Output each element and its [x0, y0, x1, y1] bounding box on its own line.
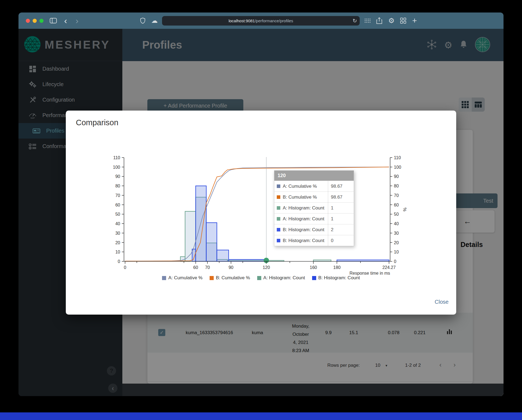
privacy-shield-icon[interactable]	[140, 12, 145, 29]
svg-text:50: 50	[115, 212, 120, 217]
legend-item[interactable]: B: Histogram: Count	[312, 275, 360, 281]
svg-text:70: 70	[205, 265, 210, 270]
svg-text:50: 50	[394, 212, 399, 217]
legend-swatch	[210, 276, 214, 280]
legend-swatch	[312, 276, 316, 280]
minimize-window-button[interactable]	[33, 19, 37, 23]
svg-text:10: 10	[115, 250, 120, 254]
extensions-grid-icon[interactable]	[364, 12, 371, 29]
sidebar-toggle-icon[interactable]	[50, 12, 57, 29]
forward-button[interactable]: ›	[76, 12, 79, 29]
svg-text:40: 40	[394, 221, 399, 226]
svg-text:60: 60	[193, 265, 198, 270]
url-path: /performance/profiles	[255, 18, 293, 23]
svg-text:10: 10	[394, 250, 399, 254]
svg-text:0: 0	[124, 265, 126, 270]
svg-text:70: 70	[394, 193, 399, 198]
tab-overview-icon[interactable]	[400, 12, 406, 29]
address-bar[interactable]: localhost:9081/performance/profiles ↻	[162, 16, 360, 26]
series-swatch	[277, 217, 280, 221]
back-button[interactable]: ‹	[64, 12, 67, 29]
svg-text:100: 100	[394, 165, 401, 170]
svg-text:Response time in ms: Response time in ms	[349, 271, 390, 275]
svg-text:110: 110	[394, 155, 401, 160]
comparison-modal: Comparison 00101020203030404050506060707…	[66, 111, 456, 315]
tooltip-row: A: Histogram: Count 1	[274, 213, 354, 224]
svg-text:100: 100	[113, 165, 120, 170]
legend-item[interactable]: A: Cumulative %	[162, 275, 203, 281]
svg-text:90: 90	[115, 174, 120, 179]
svg-text:80: 80	[115, 184, 120, 188]
legend-swatch	[257, 276, 261, 280]
icloud-icon[interactable]: ☁	[151, 12, 158, 29]
series-swatch	[277, 206, 280, 210]
svg-text:20: 20	[115, 240, 120, 245]
legend-item[interactable]: B: Cumulative %	[210, 275, 250, 281]
svg-text:30: 30	[394, 231, 399, 236]
series-swatch	[277, 184, 280, 188]
svg-text:224.27: 224.27	[382, 265, 396, 270]
chart-tooltip: 120 A: Cumulative % 98.67 B: Cumulative …	[274, 170, 354, 246]
svg-text:40: 40	[115, 221, 120, 226]
share-icon[interactable]	[376, 12, 382, 29]
svg-text:160: 160	[310, 265, 317, 270]
tooltip-row: B: Cumulative % 98.67	[274, 192, 354, 202]
svg-text:30: 30	[115, 231, 120, 236]
svg-text:0: 0	[394, 259, 396, 264]
svg-text:120: 120	[263, 265, 270, 270]
svg-text:90: 90	[229, 265, 234, 270]
svg-text:20: 20	[394, 240, 399, 245]
tooltip-row: B: Histogram: Count 2	[274, 224, 354, 235]
browser-window: ‹ › ☁ localhost:9081/performance/profile…	[18, 12, 504, 396]
new-tab-button[interactable]: +	[412, 12, 417, 29]
comparison-chart[interactable]: 0010102020303040405050606070708080909010…	[107, 143, 427, 276]
tooltip-row: A: Histogram: Count 1	[274, 202, 354, 213]
legend-item[interactable]: A: Histogram: Count	[257, 275, 305, 281]
svg-text:60: 60	[115, 203, 120, 207]
browser-toolbar: ‹ › ☁ localhost:9081/performance/profile…	[18, 12, 504, 29]
tooltip-row: A: Cumulative % 98.67	[274, 181, 354, 192]
svg-text:90: 90	[394, 174, 399, 179]
chart-legend: A: Cumulative % B: Cumulative % A: Histo…	[66, 275, 456, 281]
tooltip-row: B: Histogram: Count 0	[274, 235, 354, 246]
svg-text:60: 60	[394, 203, 399, 207]
svg-text:%: %	[403, 208, 407, 211]
screen: ‹ › ☁ localhost:9081/performance/profile…	[0, 0, 522, 420]
tooltip-header: 120	[274, 171, 354, 181]
series-swatch	[277, 228, 280, 231]
svg-text:70: 70	[115, 193, 120, 198]
svg-text:0: 0	[118, 259, 120, 264]
legend-swatch	[162, 276, 166, 280]
svg-text:110: 110	[113, 155, 120, 160]
svg-text:80: 80	[394, 184, 399, 188]
close-button[interactable]: Close	[435, 299, 449, 305]
settings-gear-icon[interactable]: ⚙	[388, 12, 394, 29]
close-window-button[interactable]	[26, 19, 30, 23]
bottom-blue-bar	[0, 412, 522, 420]
reload-icon[interactable]: ↻	[353, 18, 357, 24]
modal-title: Comparison	[76, 118, 118, 127]
url-host: localhost:9081	[229, 18, 255, 23]
svg-text:180: 180	[333, 265, 341, 270]
series-swatch	[277, 195, 280, 199]
series-swatch	[277, 239, 280, 242]
zoom-window-button[interactable]	[39, 19, 44, 23]
